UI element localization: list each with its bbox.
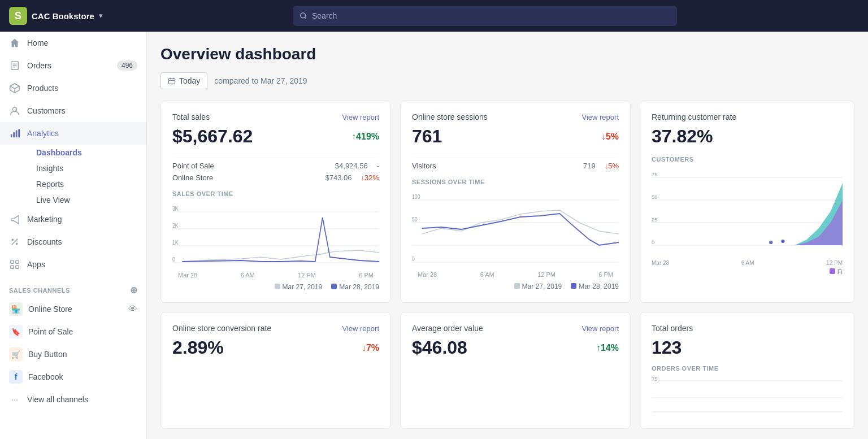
x-label-12pm: 12 PM <box>298 272 316 279</box>
card-returning-customer: Returning customer rate 37.82% CUSTOMERS… <box>640 101 854 303</box>
sessions-legend-mar28: Mar 28, 2019 <box>571 282 619 290</box>
avg-order-header: Average order value View report <box>412 324 619 333</box>
svg-point-48 <box>781 240 784 243</box>
channel-label-online-store: Online Store <box>28 305 72 314</box>
visitors-values: 719 ↓5% <box>583 162 619 170</box>
orders-chart: 75 <box>652 375 843 417</box>
brand-menu[interactable]: S CAC Bookstore ▾ <box>9 7 102 25</box>
sidebar-sub-liveview[interactable]: Live View <box>27 192 146 208</box>
returning-x-12pm: 12 PM <box>826 260 843 266</box>
sub-row-pos: Point of Sale $4,924.56 - <box>172 160 379 172</box>
discounts-icon <box>9 236 20 247</box>
products-icon <box>9 82 20 94</box>
search-wrapper <box>293 6 677 26</box>
online-label: Online Store <box>172 173 213 182</box>
sidebar-label-marketing: Marketing <box>27 215 62 224</box>
sidebar-channel-buy-button[interactable]: 🛒 Buy Button <box>0 343 146 366</box>
card-conversion-rate: Online store conversion rate View report… <box>160 312 391 429</box>
sidebar-item-products[interactable]: Products <box>0 77 146 99</box>
avg-order-value-row: $46.08 ↑14% <box>412 337 619 358</box>
sidebar-item-orders[interactable]: Orders 496 <box>0 54 146 77</box>
sidebar-label-analytics: Analytics <box>27 129 59 138</box>
sidebar-label-customers: Customers <box>27 106 66 115</box>
sidebar-sub-reports[interactable]: Reports <box>27 176 146 192</box>
sidebar-item-analytics[interactable]: Analytics <box>0 122 146 145</box>
brand-chevron: ▾ <box>99 12 102 20</box>
total-orders-value: 123 <box>652 337 682 358</box>
svg-rect-7 <box>11 134 12 137</box>
sidebar: Home Orders 496 Products Customers <box>0 32 147 439</box>
svg-rect-9 <box>16 131 18 138</box>
online-store-eye-icon[interactable]: 👁 <box>128 304 137 314</box>
sidebar-view-all-channels[interactable]: ··· View all channels <box>0 388 146 411</box>
sidebar-channel-facebook[interactable]: f Facebook <box>0 366 146 388</box>
svg-rect-16 <box>11 266 14 268</box>
analytics-icon <box>9 128 20 139</box>
date-bar: Today compared to Mar 27, 2019 <box>160 72 854 89</box>
pos-label: Point of Sale <box>172 162 214 170</box>
sidebar-item-apps[interactable]: Apps <box>0 253 146 276</box>
returning-title: Returning customer rate <box>652 112 736 121</box>
pos-values: $4,924.56 - <box>335 162 379 170</box>
sidebar-channel-online-store[interactable]: 🏪 Online Store 👁 <box>0 298 146 320</box>
buy-button-icon: 🛒 <box>9 347 23 361</box>
apps-icon <box>9 259 20 270</box>
conversion-change: ↓7% <box>362 343 379 353</box>
svg-point-12 <box>16 243 18 245</box>
avg-order-title: Average order value <box>412 324 483 333</box>
sessions-change: ↓5% <box>601 132 619 142</box>
sidebar-sub-dashboards[interactable]: Dashboards <box>27 145 146 160</box>
online-store-icon: 🏪 <box>9 302 23 316</box>
sidebar-sub-insights[interactable]: Insights <box>27 160 146 176</box>
customers-icon <box>9 105 20 116</box>
legend-mar28: Mar 28, 2019 <box>331 283 379 291</box>
sidebar-item-discounts[interactable]: Discounts <box>0 231 146 253</box>
visitors-label: Visitors <box>412 162 436 170</box>
sidebar-item-customers[interactable]: Customers <box>0 99 146 122</box>
online-values: $743.06 ↓32% <box>325 173 379 182</box>
sessions-value: 761 <box>412 126 442 147</box>
card-online-sessions: Online store sessions View report 761 ↓5… <box>400 101 631 303</box>
sessions-legend-mar27: Mar 27, 2019 <box>514 282 562 290</box>
search-icon <box>300 12 307 20</box>
online-value: $743.06 <box>325 173 351 182</box>
sessions-view-report[interactable]: View report <box>581 113 619 121</box>
returning-legend: Fi <box>652 268 843 275</box>
search-input[interactable] <box>312 11 670 20</box>
total-sales-change: ↑419% <box>351 132 379 142</box>
analytics-submenu: Dashboards Insights Reports Live View <box>0 145 146 208</box>
total-sales-view-report[interactable]: View report <box>342 113 379 121</box>
svg-rect-10 <box>18 129 20 137</box>
sessions-sub: Visitors 719 ↓5% <box>412 154 619 172</box>
x-label-6pm: 6 PM <box>359 272 374 279</box>
sessions-card-header: Online store sessions View report <box>412 112 619 121</box>
sidebar-channel-pos[interactable]: 🔖 Point of Sale <box>0 320 146 343</box>
marketing-icon <box>9 214 20 225</box>
orders-icon <box>9 60 20 71</box>
svg-text:1K: 1K <box>172 240 179 246</box>
conversion-view-report[interactable]: View report <box>342 324 379 333</box>
compared-text: compared to Mar 27, 2019 <box>214 76 307 85</box>
brand-name: CAC Bookstore <box>32 11 94 21</box>
x-label-mar28: Mar 28 <box>178 272 197 279</box>
total-sales-title: Total sales <box>172 112 210 121</box>
svg-text:25: 25 <box>652 217 658 223</box>
topbar: S CAC Bookstore ▾ <box>0 0 868 32</box>
sidebar-item-home[interactable]: Home <box>0 32 146 54</box>
svg-text:100: 100 <box>412 194 420 200</box>
avg-order-view-report[interactable]: View report <box>581 324 619 333</box>
sidebar-label-apps: Apps <box>27 260 45 269</box>
sub-row-online: Online Store $743.06 ↓32% <box>172 172 379 184</box>
sidebar-item-marketing[interactable]: Marketing <box>0 208 146 231</box>
add-channel-icon[interactable]: ⊕ <box>130 285 138 295</box>
sidebar-label-discounts: Discounts <box>27 237 62 246</box>
search-container <box>293 6 677 26</box>
svg-text:2K: 2K <box>172 223 179 229</box>
orders-chart-label: ORDERS OVER TIME <box>652 365 843 372</box>
shopify-logo: S <box>9 7 27 25</box>
sales-chart-legend: Mar 27, 2019 Mar 28, 2019 <box>172 283 379 291</box>
main-content: Overview dashboard Today compared to Mar… <box>147 32 868 439</box>
sidebar-label-home: Home <box>27 38 48 47</box>
date-button[interactable]: Today <box>160 72 207 89</box>
card-total-sales: Total sales View report $5,667.62 ↑419% … <box>160 101 391 303</box>
